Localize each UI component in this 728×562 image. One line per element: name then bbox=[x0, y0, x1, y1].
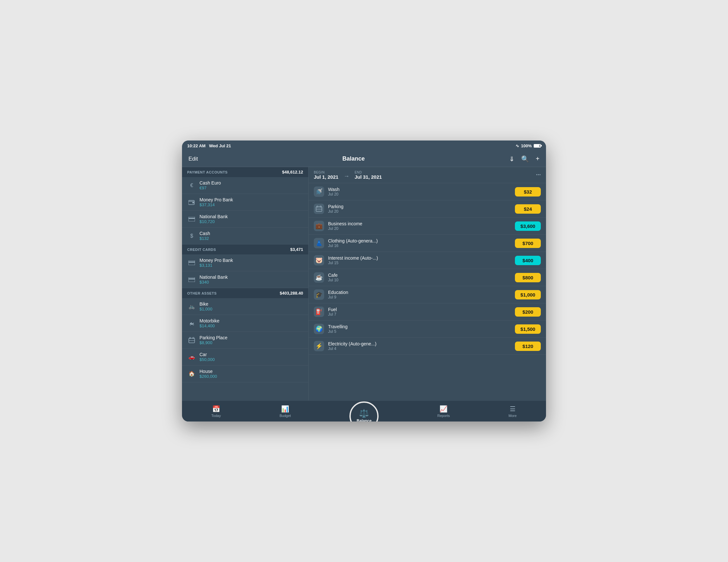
credit-cards-total: $3,471 bbox=[290, 247, 303, 252]
svg-rect-7 bbox=[188, 279, 195, 280]
account-balance: $3,131 bbox=[199, 263, 233, 268]
account-name: Money Pro Bank bbox=[199, 197, 233, 202]
left-panel: PAYMENT ACCOUNTS $48,612.12 € Cash Euro … bbox=[182, 167, 308, 400]
battery-label: 100% bbox=[521, 143, 532, 148]
header-icons: ⇓ 🔍 + bbox=[509, 155, 540, 163]
begin-value: Jul 1, 2021 bbox=[314, 174, 338, 180]
trans-name: Wash bbox=[328, 187, 515, 192]
svg-rect-4 bbox=[188, 261, 195, 265]
table-row[interactable]: 💼 Business income Jul 20 $3,600 bbox=[309, 218, 546, 235]
wifi-icon: ∿ bbox=[516, 143, 519, 148]
status-bar: 10:22 AM Wed Jul 21 ∿ 100% bbox=[182, 141, 546, 151]
table-row[interactable]: Parking Jul 20 $24 bbox=[309, 201, 546, 218]
euro-icon: € bbox=[187, 181, 196, 190]
travelling-icon: 🌍 bbox=[314, 324, 324, 334]
nav-reports[interactable]: 📈 Reports bbox=[438, 405, 450, 418]
trans-amount: $1,500 bbox=[515, 324, 541, 334]
payment-accounts-header: PAYMENT ACCOUNTS $48,612.12 bbox=[182, 167, 308, 177]
begin-label: Begin bbox=[314, 171, 338, 174]
list-item[interactable]: Parking Place $8,900 bbox=[182, 332, 308, 349]
trans-date: Jul 20 bbox=[328, 226, 515, 231]
search-icon[interactable]: 🔍 bbox=[521, 155, 529, 163]
trans-name: Fuel bbox=[328, 307, 515, 312]
date-end: End Jul 31, 2021 bbox=[355, 171, 382, 180]
balance-fab-icon: ⚖️ bbox=[359, 409, 369, 418]
download-icon[interactable]: ⇓ bbox=[509, 155, 515, 163]
nav-more-label: More bbox=[508, 414, 517, 418]
payment-accounts-total: $48,612.12 bbox=[282, 170, 303, 175]
trans-date: Jul 15 bbox=[328, 261, 515, 265]
trans-date: Jul 16 bbox=[328, 244, 515, 248]
account-balance: $1,000 bbox=[199, 306, 212, 311]
other-assets-header: OTHER ASSETS $403,288.40 bbox=[182, 288, 308, 298]
trans-amount: $700 bbox=[515, 239, 541, 248]
svg-rect-9 bbox=[189, 337, 191, 338]
date-more-button[interactable]: ··· bbox=[536, 172, 541, 178]
date-arrow-icon: → bbox=[344, 173, 349, 180]
house-icon: 🏠 bbox=[187, 369, 196, 378]
table-row[interactable]: 🐷 Interest income (Auto-...) Jul 15 $400 bbox=[309, 252, 546, 269]
list-item[interactable]: 🏠 House $260,000 bbox=[182, 365, 308, 382]
list-item[interactable]: Money Pro Bank $37,314 bbox=[182, 194, 308, 211]
trans-amount: $3,600 bbox=[515, 222, 541, 231]
trans-name: Travelling bbox=[328, 324, 515, 329]
bottom-nav: 📅 Today 📊 Budget ⚖️ Balance 📈 Reports ☰ … bbox=[182, 400, 546, 421]
table-row[interactable]: 🎓 Education Jul 9 $1,000 bbox=[309, 286, 546, 303]
nav-reports-label: Reports bbox=[438, 414, 450, 418]
more-icon: ☰ bbox=[510, 405, 516, 413]
balance-fab[interactable]: ⚖️ Balance bbox=[349, 401, 379, 421]
nav-more[interactable]: ☰ More bbox=[508, 405, 517, 418]
credit-card-icon bbox=[187, 258, 196, 268]
header: Edit Balance ⇓ 🔍 + bbox=[182, 151, 546, 167]
svg-rect-1 bbox=[192, 202, 194, 203]
list-item[interactable]: 🏍 Motorbike $14,400 bbox=[182, 315, 308, 332]
table-row[interactable]: 🌍 Travelling Jul 5 $1,500 bbox=[309, 320, 546, 338]
trans-name: Clothing (Auto-genera...) bbox=[328, 238, 515, 244]
account-balance: $14,400 bbox=[199, 323, 219, 328]
list-item[interactable]: 🚗 Car $50,000 bbox=[182, 349, 308, 365]
account-name: House bbox=[199, 369, 217, 374]
reports-icon: 📈 bbox=[439, 405, 448, 413]
trans-name: Cafe bbox=[328, 273, 515, 278]
trans-name: Parking bbox=[328, 204, 515, 209]
trans-date: Jul 10 bbox=[328, 278, 515, 282]
status-right: ∿ 100% bbox=[516, 143, 541, 148]
today-icon: 📅 bbox=[212, 405, 220, 413]
list-item[interactable]: National Bank $10,720 bbox=[182, 211, 308, 228]
trans-name: Education bbox=[328, 290, 515, 295]
nav-today[interactable]: 📅 Today bbox=[211, 405, 221, 418]
table-row[interactable]: ⛽ Fuel Jul 7 $200 bbox=[309, 303, 546, 320]
bike-icon: 🚲 bbox=[187, 302, 196, 311]
interest-icon: 🐷 bbox=[314, 255, 324, 266]
table-row[interactable]: 🚿 Wash Jul 20 $32 bbox=[309, 183, 546, 201]
add-icon[interactable]: + bbox=[536, 155, 540, 163]
nav-budget[interactable]: 📊 Budget bbox=[279, 405, 291, 418]
account-balance: €97 bbox=[199, 186, 221, 190]
list-item[interactable]: 🚲 Bike $1,000 bbox=[182, 298, 308, 315]
list-item[interactable]: $ Cash $132 bbox=[182, 228, 308, 245]
account-balance: $10,720 bbox=[199, 219, 228, 224]
cafe-icon: ☕ bbox=[314, 272, 324, 282]
trans-name: Interest income (Auto-...) bbox=[328, 256, 515, 261]
list-item[interactable]: National Bank $340 bbox=[182, 271, 308, 288]
table-row[interactable]: ☕ Cafe Jul 10 $800 bbox=[309, 269, 546, 286]
credit-cards-header: CREDIT CARDS $3,471 bbox=[182, 245, 308, 255]
account-name: Cash Euro bbox=[199, 180, 221, 186]
trans-date: Jul 7 bbox=[328, 312, 515, 316]
right-panel: Begin Jul 1, 2021 → End Jul 31, 2021 ···… bbox=[308, 167, 546, 400]
trans-amount: $400 bbox=[515, 256, 541, 265]
account-balance: $8,900 bbox=[199, 340, 227, 345]
trans-date: Jul 20 bbox=[328, 192, 515, 197]
svg-rect-14 bbox=[320, 206, 321, 207]
list-item[interactable]: Money Pro Bank $3,131 bbox=[182, 255, 308, 271]
payment-accounts-title: PAYMENT ACCOUNTS bbox=[187, 170, 228, 174]
battery-icon bbox=[534, 144, 541, 148]
list-item[interactable]: € Cash Euro €97 bbox=[182, 177, 308, 194]
svg-rect-2 bbox=[188, 217, 195, 222]
table-row[interactable]: ⚡ Electricity (Auto-gene...) Jul 4 $120 bbox=[309, 338, 546, 355]
svg-rect-6 bbox=[188, 278, 195, 282]
account-balance: $340 bbox=[199, 280, 228, 284]
table-row[interactable]: 👗 Clothing (Auto-genera...) Jul 16 $700 bbox=[309, 235, 546, 252]
trans-name: Electricity (Auto-gene...) bbox=[328, 341, 515, 346]
edit-button[interactable]: Edit bbox=[188, 156, 198, 162]
